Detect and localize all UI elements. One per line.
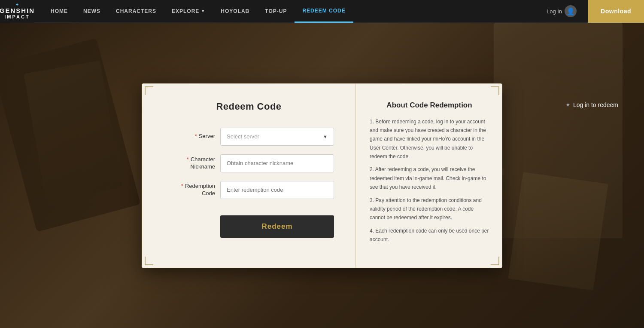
required-star-2: *: [187, 156, 189, 162]
modal-left-panel: Redeem Code *Server Select server ▼ *Cha…: [142, 84, 356, 268]
nav-redeem[interactable]: REDEEM CODE: [295, 0, 353, 23]
character-label: *CharacterNickname: [164, 156, 215, 171]
nav-explore[interactable]: EXPLORE ▼: [164, 0, 213, 23]
server-label: *Server: [164, 133, 215, 140]
modal-title: Redeem Code: [164, 101, 334, 112]
hero-section: ✦ Log in to redeem Redeem Code *Server S…: [0, 23, 644, 328]
character-row: *CharacterNickname: [164, 154, 334, 172]
chevron-down-icon: ▼: [201, 9, 205, 13]
server-row: *Server Select server ▼: [164, 128, 334, 146]
about-text: 1. Before redeeming a code, log in to yo…: [370, 117, 489, 244]
navbar: ✦ GENSHIN IMPACT HOME NEWS CHARACTERS EX…: [0, 0, 644, 23]
nav-characters[interactable]: CHARACTERS: [108, 0, 164, 23]
required-star: *: [195, 133, 197, 139]
logo[interactable]: ✦ GENSHIN IMPACT: [0, 0, 34, 23]
redemption-code-input[interactable]: [220, 181, 334, 199]
about-point-4: 4. Each redemption code can only be used…: [370, 227, 489, 244]
nav-explore-label: EXPLORE: [172, 8, 199, 14]
redeem-button[interactable]: Redeem: [220, 215, 334, 238]
redeem-row: Redeem: [164, 208, 334, 238]
about-point-3: 3. Pay attention to the redemption condi…: [370, 196, 489, 222]
server-placeholder-text: Select server: [227, 133, 259, 140]
download-button[interactable]: Download: [588, 0, 644, 23]
about-title: About Code Redemption: [370, 101, 489, 110]
modal-overlay: Redeem Code *Server Select server ▼ *Cha…: [0, 23, 644, 328]
redeem-modal: Redeem Code *Server Select server ▼ *Cha…: [142, 83, 502, 268]
logo-text: ✦ GENSHIN IMPACT: [0, 3, 35, 19]
user-icon: 👤: [565, 5, 577, 17]
modal-right-panel: About Code Redemption 1. Before redeemin…: [356, 84, 502, 247]
nav-home[interactable]: HOME: [43, 0, 76, 23]
required-star-3: *: [181, 183, 183, 189]
navbar-right: Log In 👤 Download: [540, 0, 644, 23]
nav-news[interactable]: NEWS: [76, 0, 108, 23]
nav-links: HOME NEWS CHARACTERS EXPLORE ▼ HoYoLAB T…: [34, 0, 540, 23]
login-label: Log In: [547, 8, 562, 15]
server-select[interactable]: Select server ▼: [220, 128, 334, 146]
corner-decoration-bl: [145, 257, 153, 265]
redemption-label: *RedemptionCode: [164, 183, 215, 197]
logo-line2: IMPACT: [0, 14, 35, 19]
about-point-1: 1. Before redeeming a code, log in to yo…: [370, 117, 489, 161]
download-label: Download: [601, 8, 631, 15]
corner-decoration-tl: [145, 86, 153, 95]
about-point-2: 2. After redeeming a code, you will rece…: [370, 165, 489, 191]
character-nickname-input[interactable]: [220, 154, 334, 172]
nav-topup[interactable]: TOP-UP: [257, 0, 295, 23]
corner-decoration-br: [491, 257, 499, 265]
redemption-row: *RedemptionCode: [164, 181, 334, 199]
logo-line1: GENSHIN: [0, 7, 35, 15]
corner-decoration-tr: [491, 86, 499, 95]
select-arrow-icon: ▼: [323, 134, 328, 139]
nav-hoyolab[interactable]: HoYoLAB: [213, 0, 257, 23]
login-button[interactable]: Log In 👤: [540, 5, 583, 17]
redeem-button-label: Redeem: [261, 222, 292, 230]
